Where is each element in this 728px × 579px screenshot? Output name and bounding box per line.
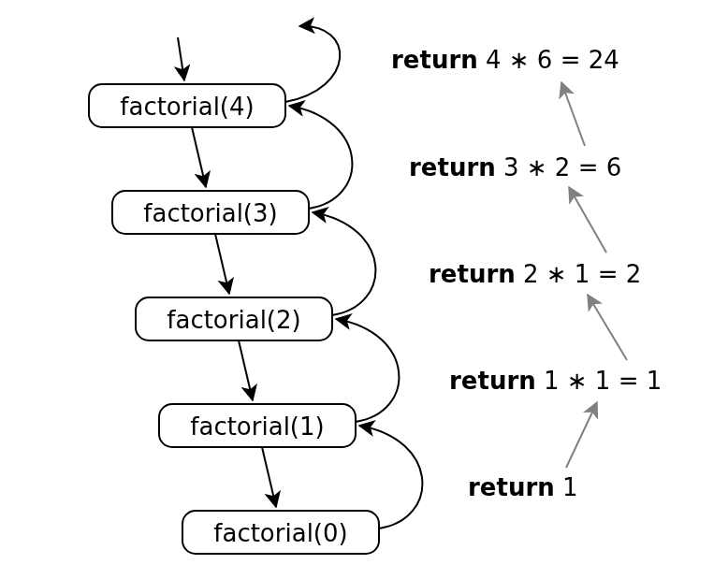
return-label-0: return 1 — [468, 473, 578, 501]
entry-arrow — [178, 37, 184, 80]
return-label-2: return 2 ∗ 1 = 2 — [429, 260, 641, 288]
return-label-4: return 4 ∗ 6 = 24 — [391, 46, 619, 74]
value-arrow-2-3 — [569, 187, 606, 253]
call-node-2-label: factorial(2) — [167, 306, 300, 334]
call-node-1-label: factorial(1) — [190, 413, 324, 441]
call-arrow-1-0 — [262, 447, 276, 507]
call-arrow-2-1 — [239, 340, 253, 400]
return-label-3: return 3 ∗ 2 = 6 — [409, 153, 621, 181]
call-node-4-label: factorial(4) — [120, 93, 254, 121]
value-arrow-1-2 — [588, 295, 627, 360]
value-arrow-3-4 — [561, 82, 585, 146]
call-arrow-4-3 — [192, 127, 206, 187]
call-node-0-label: factorial(0) — [213, 519, 347, 547]
call-arrow-3-2 — [215, 234, 229, 294]
return-curve-4-out — [285, 26, 340, 102]
return-label-1: return 1 ∗ 1 = 1 — [449, 367, 662, 395]
value-arrow-0-1 — [566, 402, 597, 468]
call-node-3-label: factorial(3) — [143, 199, 277, 227]
